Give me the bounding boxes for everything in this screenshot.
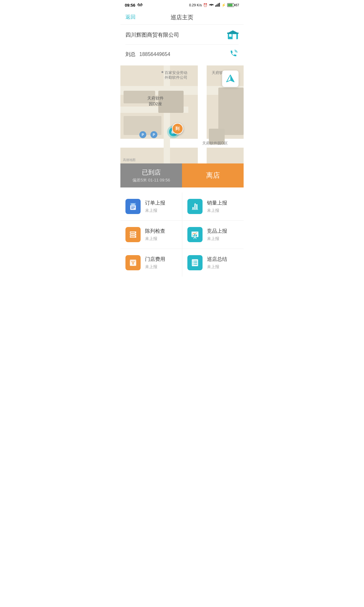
display-check-icon xyxy=(125,227,141,242)
menu-item-order-report[interactable]: 订单上报 未上报 xyxy=(120,193,182,220)
display-check-status: 未上报 xyxy=(145,236,165,242)
menu-item-competitor-report[interactable]: 竞品上报 未上报 xyxy=(182,221,244,248)
arrived-sub: 偏差5米 01-11 09:56 xyxy=(132,177,170,183)
svg-rect-44 xyxy=(194,261,197,261)
map-label-d2: 天府软件园D2座 xyxy=(147,95,164,107)
signal-icon xyxy=(215,3,220,7)
svg-rect-34 xyxy=(191,231,198,232)
svg-rect-23 xyxy=(196,204,197,209)
competitor-report-text: 竞品上报 未上报 xyxy=(207,228,227,242)
svg-rect-21 xyxy=(192,207,194,209)
order-report-text: 订单上报 未上报 xyxy=(145,200,165,213)
svg-rect-43 xyxy=(193,261,193,261)
charging-icon: ⚡ xyxy=(221,3,226,7)
svg-rect-16 xyxy=(131,204,135,204)
svg-rect-48 xyxy=(194,264,197,265)
competitor-report-status: 未上报 xyxy=(207,236,227,242)
action-bar: 已到店 偏差5米 01-11 09:56 离店 xyxy=(120,163,244,187)
tour-summary-text: 巡店总结 未上报 xyxy=(207,256,227,270)
menu-row-1: 订单上报 未上报 销量上报 未上报 xyxy=(120,193,244,221)
call-button[interactable] xyxy=(230,49,239,60)
display-check-title: 陈列检查 xyxy=(145,228,165,235)
map-label-office2: 外勤软件公司 xyxy=(165,75,187,80)
order-report-status: 未上报 xyxy=(145,208,165,213)
svg-rect-47 xyxy=(193,264,193,265)
menu-grid: 订单上报 未上报 销量上报 未上报 xyxy=(120,190,244,279)
store-info-section: 四川辉图商贸有限公司 刘总 18856449654 xyxy=(120,25,244,65)
sales-report-icon xyxy=(187,199,203,214)
time: 09:56 xyxy=(125,3,135,8)
parking-icon2: P xyxy=(150,131,157,138)
tour-summary-title: 巡店总结 xyxy=(207,256,227,263)
competitor-report-title: 竞品上报 xyxy=(207,228,227,235)
store-name: 四川辉图商贸有限公司 xyxy=(125,31,179,39)
page-title: 巡店主页 xyxy=(171,14,193,21)
store-icon xyxy=(227,30,239,40)
svg-rect-3 xyxy=(219,3,220,7)
back-button[interactable]: 返回 xyxy=(125,14,136,21)
svg-rect-2 xyxy=(218,3,219,7)
arrived-label: 已到店 xyxy=(142,168,161,177)
display-check-text: 陈列检查 未上报 xyxy=(145,228,165,242)
tour-summary-icon xyxy=(187,255,203,270)
competitor-report-icon xyxy=(187,227,203,242)
tour-summary-status: 未上报 xyxy=(207,264,227,270)
parking-icon: P xyxy=(139,131,146,138)
battery-icon xyxy=(227,3,234,7)
menu-item-display-check[interactable]: 陈列检查 未上报 xyxy=(120,221,182,248)
store-cost-title: 门店费用 xyxy=(145,256,165,263)
svg-rect-20 xyxy=(131,208,134,209)
status-right: 0.29 K/s ⏰ ⚡ 87 xyxy=(189,3,239,7)
svg-rect-28 xyxy=(130,232,135,233)
svg-rect-18 xyxy=(131,206,135,207)
menu-row-3: ¥ 门店费用 未上报 xyxy=(120,249,244,277)
svg-rect-6 xyxy=(233,34,236,39)
map-label-d-zone2: 天府软件园D区 xyxy=(202,141,228,146)
svg-rect-30 xyxy=(130,236,135,237)
order-report-title: 订单上报 xyxy=(145,200,165,206)
svg-rect-7 xyxy=(227,33,239,34)
menu-item-tour-summary[interactable]: 巡店总结 未上报 xyxy=(182,249,244,277)
navigate-button[interactable] xyxy=(222,71,239,87)
svg-rect-29 xyxy=(130,234,135,235)
menu-row-2: 陈列检查 未上报 xyxy=(120,221,244,249)
amap-logo: 高德地图 xyxy=(123,158,136,162)
location-marker: 到 xyxy=(167,126,180,138)
menu-item-store-cost[interactable]: ¥ 门店费用 未上报 xyxy=(120,249,182,277)
store-cost-icon: ¥ xyxy=(125,255,141,270)
svg-rect-19 xyxy=(131,207,135,208)
svg-rect-22 xyxy=(194,205,196,209)
svg-rect-37 xyxy=(196,235,197,236)
map-container: 百家安业劳动 外勤软件公司 天府软件园D区 天府软件园D2座 天府软件园D区 P… xyxy=(120,65,244,163)
arrived-button[interactable]: 已到店 偏差5米 01-11 09:56 xyxy=(120,163,182,187)
svg-line-32 xyxy=(194,237,195,239)
svg-rect-46 xyxy=(194,262,197,263)
header: 返回 巡店主页 xyxy=(120,10,244,25)
svg-rect-35 xyxy=(193,235,194,236)
contact-row: 刘总 18856449654 xyxy=(125,45,239,60)
status-left: 09:56 xyxy=(125,3,143,8)
wifi-icon xyxy=(209,3,214,7)
svg-text:¥: ¥ xyxy=(132,262,134,265)
leave-button[interactable]: 离店 xyxy=(182,163,244,187)
svg-rect-17 xyxy=(131,205,135,205)
clock-icon: ⏰ xyxy=(203,3,208,7)
svg-rect-5 xyxy=(229,34,232,37)
status-bar: 09:56 0.29 K/s ⏰ ⚡ 87 xyxy=(120,0,244,10)
contact-phone: 18856449654 xyxy=(139,52,170,57)
svg-rect-45 xyxy=(193,262,193,263)
speed: 0.29 K/s xyxy=(189,3,202,7)
arrival-marker-text: 到 xyxy=(175,126,179,132)
svg-line-33 xyxy=(195,237,196,239)
order-report-icon xyxy=(125,199,141,214)
contact-name: 刘总 xyxy=(125,51,136,58)
store-cost-text: 门店费用 未上报 xyxy=(145,256,165,270)
svg-rect-24 xyxy=(192,209,198,210)
svg-rect-1 xyxy=(216,4,217,7)
svg-rect-39 xyxy=(130,260,136,261)
contact-info: 刘总 18856449654 xyxy=(125,51,170,58)
store-name-row: 四川辉图商贸有限公司 xyxy=(125,30,239,45)
sales-report-title: 销量上报 xyxy=(207,200,227,206)
menu-item-sales-report[interactable]: 销量上报 未上报 xyxy=(182,193,244,220)
infinite-icon xyxy=(137,3,143,7)
